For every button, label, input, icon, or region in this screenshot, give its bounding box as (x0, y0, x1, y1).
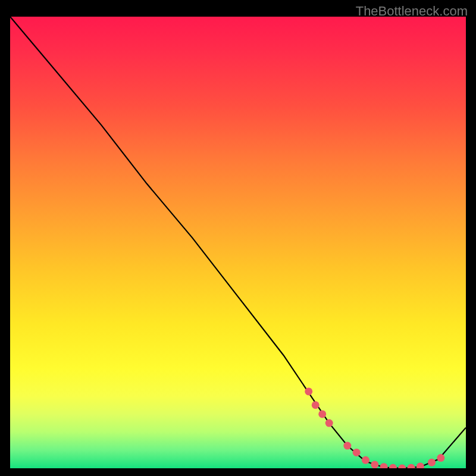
attribution-text: TheBottleneck.com (356, 4, 468, 19)
chart-background (10, 17, 466, 468)
